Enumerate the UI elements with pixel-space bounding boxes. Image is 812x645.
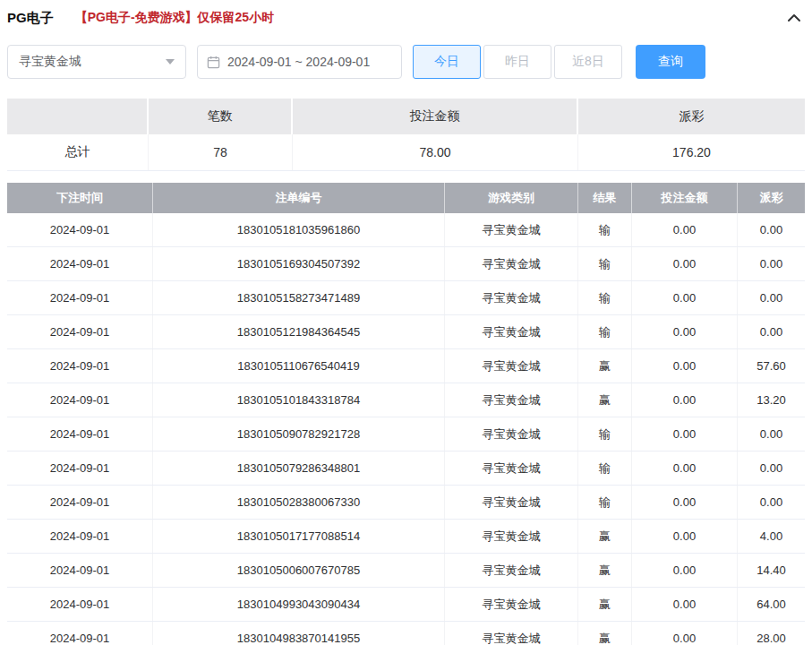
cell-bet-time: 2024-09-01: [7, 452, 153, 485]
last-8-days-button[interactable]: 近8日: [554, 45, 622, 79]
cell-order-id: 1830105006007670785: [153, 554, 445, 587]
cell-game-type: 寻宝黄金城: [445, 281, 578, 314]
cell-result: 赢: [578, 520, 632, 553]
cell-bet-amount: 0.00: [632, 486, 738, 519]
cell-order-id: 1830105110676540419: [153, 349, 445, 383]
cell-result: 赢: [578, 383, 632, 417]
page-title: PG电子: [7, 10, 54, 27]
cell-order-id: 1830105079286348801: [153, 452, 445, 485]
cell-result: 输: [578, 486, 632, 519]
cell-payout: 0.00: [738, 452, 805, 485]
cell-bet-amount: 0.00: [632, 622, 738, 645]
summary-header-count: 笔数: [149, 99, 293, 134]
cell-payout: 0.00: [738, 417, 805, 451]
quick-date-group: 今日 昨日 近8日: [413, 45, 625, 79]
summary-header-bet-amount: 投注金额: [293, 99, 578, 134]
cell-result: 赢: [578, 554, 632, 587]
cell-payout: 0.00: [738, 247, 805, 280]
cell-bet-amount: 0.00: [632, 417, 738, 451]
cell-order-id: 1830105158273471489: [153, 281, 445, 314]
table-row: 2024-09-01 1830105017177088514 寻宝黄金城 赢 0…: [7, 520, 805, 554]
cell-game-type: 寻宝黄金城: [445, 452, 578, 485]
cell-result: 输: [578, 315, 632, 348]
cell-game-type: 寻宝黄金城: [445, 247, 578, 280]
table-row: 2024-09-01 1830105181035961860 寻宝黄金城 输 0…: [7, 213, 805, 247]
collapse-button[interactable]: [783, 7, 805, 29]
cell-bet-amount: 0.00: [632, 213, 738, 246]
table-row: 2024-09-01 1830105169304507392 寻宝黄金城 输 0…: [7, 247, 805, 281]
header-result: 结果: [578, 183, 632, 213]
cell-result: 输: [578, 281, 632, 314]
game-select-value: 寻宝黄金城: [19, 54, 166, 70]
top-header: PG电子 【PG电子-免费游戏】仅保留25小时: [7, 0, 805, 36]
header-bet-time: 下注时间: [7, 183, 153, 213]
filter-bar: 寻宝黄金城 2024-09-01 ~ 2024-09-01 今日 昨日 近8日 …: [7, 45, 805, 79]
table-row: 2024-09-01 1830105028380067330 寻宝黄金城 输 0…: [7, 486, 805, 520]
cell-payout: 0.00: [738, 213, 805, 246]
cell-bet-time: 2024-09-01: [7, 520, 153, 553]
table-row: 2024-09-01 1830105079286348801 寻宝黄金城 输 0…: [7, 452, 805, 486]
cell-bet-time: 2024-09-01: [7, 349, 153, 383]
retention-notice: 【PG电子-免费游戏】仅保留25小时: [75, 10, 274, 26]
summary-count-value: 78: [149, 134, 293, 170]
yesterday-button[interactable]: 昨日: [483, 45, 551, 79]
cell-bet-amount: 0.00: [632, 520, 738, 553]
cell-result: 输: [578, 417, 632, 451]
header-order-id: 注单编号: [153, 183, 445, 213]
today-button[interactable]: 今日: [413, 45, 481, 79]
search-button[interactable]: 查询: [636, 45, 705, 79]
table-row: 2024-09-01 1830105110676540419 寻宝黄金城 赢 0…: [7, 349, 805, 383]
cell-game-type: 寻宝黄金城: [445, 383, 578, 417]
summary-bet-amount-value: 78.00: [293, 134, 578, 170]
cell-game-type: 寻宝黄金城: [445, 486, 578, 519]
chevron-down-icon: [166, 59, 175, 64]
cell-order-id: 1830105101843318784: [153, 383, 445, 417]
cell-order-id: 1830105017177088514: [153, 520, 445, 553]
summary-header-payout: 派彩: [578, 99, 805, 134]
game-select[interactable]: 寻宝黄金城: [7, 45, 186, 79]
table-row: 2024-09-01 1830104983870141955 寻宝黄金城 赢 0…: [7, 622, 805, 645]
summary-total-label: 总计: [7, 134, 149, 170]
cell-result: 输: [578, 452, 632, 485]
cell-game-type: 寻宝黄金城: [445, 349, 578, 383]
cell-bet-amount: 0.00: [632, 349, 738, 383]
cell-order-id: 1830105028380067330: [153, 486, 445, 519]
page: PG电子 【PG电子-免费游戏】仅保留25小时 寻宝黄金城 2024-09-01…: [0, 0, 812, 645]
summary-payout-value: 176.20: [578, 134, 805, 170]
cell-bet-time: 2024-09-01: [7, 383, 153, 417]
table-row: 2024-09-01 1830104993043090434 寻宝黄金城 赢 0…: [7, 588, 805, 622]
cell-result: 赢: [578, 588, 632, 621]
cell-payout: 0.00: [738, 486, 805, 519]
cell-game-type: 寻宝黄金城: [445, 520, 578, 553]
date-range-input[interactable]: 2024-09-01 ~ 2024-09-01: [197, 45, 402, 79]
cell-order-id: 1830105169304507392: [153, 247, 445, 280]
summary-header-blank: [7, 99, 149, 134]
cell-bet-amount: 0.00: [632, 588, 738, 621]
cell-bet-time: 2024-09-01: [7, 486, 153, 519]
records-header-row: 下注时间 注单编号 游戏类别 结果 投注金额 派彩: [7, 183, 805, 213]
cell-order-id: 1830105181035961860: [153, 213, 445, 246]
table-row: 2024-09-01 1830105101843318784 寻宝黄金城 赢 0…: [7, 383, 805, 417]
cell-order-id: 1830104993043090434: [153, 588, 445, 621]
header-payout: 派彩: [738, 183, 805, 213]
cell-bet-time: 2024-09-01: [7, 417, 153, 451]
summary-header-row: 笔数 投注金额 派彩: [7, 99, 805, 134]
cell-bet-amount: 0.00: [632, 383, 738, 417]
cell-payout: 4.00: [738, 520, 805, 553]
cell-bet-time: 2024-09-01: [7, 588, 153, 621]
table-row: 2024-09-01 1830105121984364545 寻宝黄金城 输 0…: [7, 315, 805, 349]
cell-bet-time: 2024-09-01: [7, 622, 153, 645]
cell-result: 赢: [578, 622, 632, 645]
cell-result: 赢: [578, 349, 632, 383]
header-bet-amount: 投注金额: [632, 183, 738, 213]
cell-order-id: 1830105090782921728: [153, 417, 445, 451]
summary-table: 笔数 投注金额 派彩 总计 78 78.00 176.20: [7, 99, 805, 171]
records-table: 下注时间 注单编号 游戏类别 结果 投注金额 派彩 2024-09-01 183…: [7, 183, 805, 645]
cell-payout: 57.60: [738, 349, 805, 383]
cell-game-type: 寻宝黄金城: [445, 315, 578, 348]
cell-payout: 0.00: [738, 315, 805, 348]
cell-game-type: 寻宝黄金城: [445, 554, 578, 587]
cell-bet-time: 2024-09-01: [7, 213, 153, 246]
table-row: 2024-09-01 1830105006007670785 寻宝黄金城 赢 0…: [7, 554, 805, 588]
cell-bet-amount: 0.00: [632, 554, 738, 587]
